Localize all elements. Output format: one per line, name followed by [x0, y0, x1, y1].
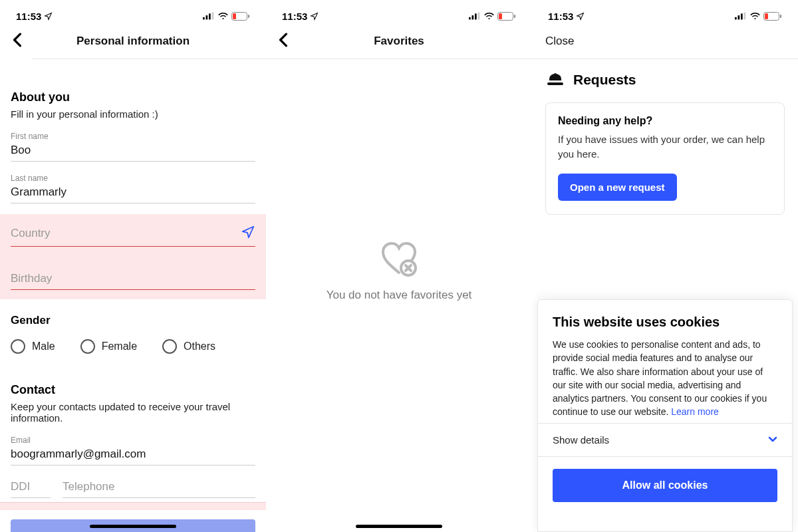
- svg-rect-6: [248, 15, 249, 18]
- cookie-body-text: We use cookies to personalise content an…: [553, 339, 767, 417]
- svg-rect-3: [212, 13, 214, 20]
- cookie-body: We use cookies to personalise content an…: [553, 338, 777, 419]
- wifi-icon: [749, 12, 761, 20]
- radio-label: Female: [102, 340, 137, 352]
- svg-rect-15: [499, 13, 502, 19]
- ddi-placeholder: DDI: [11, 480, 30, 493]
- ddi-field[interactable]: DDI: [11, 477, 51, 498]
- bell-icon: [547, 72, 564, 87]
- close-button[interactable]: Close: [545, 35, 574, 48]
- help-title: Needing any help?: [558, 115, 772, 127]
- error-highlight: [0, 502, 266, 510]
- last-name-field[interactable]: Last name Grammarly: [11, 174, 255, 203]
- back-button[interactable]: [12, 33, 23, 50]
- page-title: Personal information: [76, 35, 190, 48]
- birthday-placeholder: Birthday: [11, 272, 52, 285]
- svg-rect-8: [469, 17, 471, 20]
- status-bar: 11:53: [532, 0, 798, 24]
- svg-rect-18: [738, 15, 740, 19]
- country-placeholder: Country: [11, 227, 51, 240]
- home-indicator[interactable]: [356, 525, 442, 528]
- cookie-title: This website uses cookies: [553, 315, 777, 330]
- svg-rect-25: [547, 82, 563, 85]
- radio-icon: [80, 339, 95, 354]
- heart-remove-icon: [380, 242, 418, 277]
- country-field[interactable]: Country: [11, 218, 255, 247]
- page-title: Favorites: [374, 35, 424, 48]
- telephone-field[interactable]: Telephone: [63, 477, 255, 498]
- location-arrow-icon: [241, 225, 255, 239]
- status-time: 11:53: [16, 11, 41, 22]
- about-heading: About you: [11, 90, 255, 104]
- screen-favorites: 11:53 Favorites You do not have favorite: [266, 0, 532, 532]
- svg-point-12: [488, 18, 489, 19]
- svg-rect-14: [514, 15, 515, 18]
- svg-rect-9: [472, 15, 474, 19]
- chevron-left-icon: [12, 33, 23, 47]
- chevron-down-icon: [768, 436, 777, 443]
- error-fields-group: Country Birthday: [0, 214, 266, 299]
- location-arrow-icon: [44, 12, 53, 21]
- open-request-button[interactable]: Open a new request: [558, 174, 677, 201]
- requests-title: Requests: [573, 72, 636, 88]
- back-button[interactable]: [278, 33, 289, 50]
- svg-rect-20: [744, 13, 746, 20]
- wifi-icon: [483, 12, 495, 20]
- field-label: Last name: [11, 174, 255, 183]
- gender-radio-male[interactable]: Male: [11, 339, 55, 354]
- svg-rect-1: [206, 15, 208, 19]
- last-name-value: Grammarly: [11, 183, 255, 203]
- svg-rect-19: [741, 13, 743, 19]
- nav-bar: Personal information: [0, 24, 266, 59]
- svg-point-4: [222, 18, 223, 19]
- field-label: First name: [11, 132, 255, 141]
- favorites-empty-state: You do not have favorites yet: [293, 242, 505, 302]
- email-value: boogrammarly@gmail.com: [11, 445, 255, 466]
- svg-rect-2: [209, 13, 211, 19]
- gender-radio-female[interactable]: Female: [80, 339, 137, 354]
- screen-requests: 11:53 Close Requests Needing any help? I: [532, 0, 798, 532]
- radio-label: Others: [184, 340, 215, 352]
- battery-low-icon: [763, 12, 782, 21]
- gender-radio-others[interactable]: Others: [162, 339, 215, 354]
- home-indicator[interactable]: [90, 525, 176, 528]
- svg-rect-11: [478, 13, 480, 20]
- svg-rect-17: [735, 17, 737, 20]
- cookie-consent-sheet: This website uses cookies We use cookies…: [537, 299, 793, 532]
- requests-header: Requests: [532, 59, 798, 97]
- help-card: Needing any help? If you have issues wit…: [545, 102, 785, 215]
- status-time: 11:53: [282, 11, 307, 22]
- show-details-label: Show details: [553, 434, 609, 446]
- contact-heading: Contact: [11, 383, 255, 397]
- nav-bar: Close: [532, 24, 798, 59]
- location-arrow-icon: [576, 12, 585, 21]
- signal-icon: [469, 12, 481, 20]
- svg-point-26: [554, 73, 557, 76]
- location-arrow-icon: [310, 12, 319, 21]
- status-time: 11:53: [548, 11, 573, 22]
- battery-low-icon: [231, 12, 250, 21]
- first-name-field[interactable]: First name Boo: [11, 132, 255, 162]
- field-label: Email: [11, 436, 255, 445]
- locate-button[interactable]: [241, 225, 255, 242]
- learn-more-link[interactable]: Learn more: [671, 406, 719, 417]
- telephone-placeholder: Telephone: [63, 480, 114, 493]
- signal-icon: [203, 12, 215, 20]
- gender-options: Male Female Others: [11, 339, 255, 354]
- gender-heading: Gender: [11, 314, 255, 327]
- radio-icon: [162, 339, 177, 354]
- battery-low-icon: [497, 12, 516, 21]
- birthday-field[interactable]: Birthday: [11, 265, 255, 290]
- radio-label: Male: [32, 340, 55, 352]
- show-details-row[interactable]: Show details: [538, 423, 792, 456]
- svg-rect-23: [780, 15, 781, 18]
- allow-all-cookies-button[interactable]: Allow all cookies: [553, 469, 777, 502]
- nav-bar: Favorites: [266, 24, 532, 59]
- email-field[interactable]: Email boogrammarly@gmail.com: [11, 436, 255, 466]
- wifi-icon: [217, 12, 229, 20]
- help-body: If you have issues with your order, we c…: [558, 132, 772, 162]
- signal-icon: [735, 12, 747, 20]
- contact-sub: Keep your contacts updated to receive yo…: [11, 401, 255, 424]
- screen-personal-info: 11:53 Personal information About you Fil…: [0, 0, 266, 532]
- svg-rect-24: [765, 13, 768, 19]
